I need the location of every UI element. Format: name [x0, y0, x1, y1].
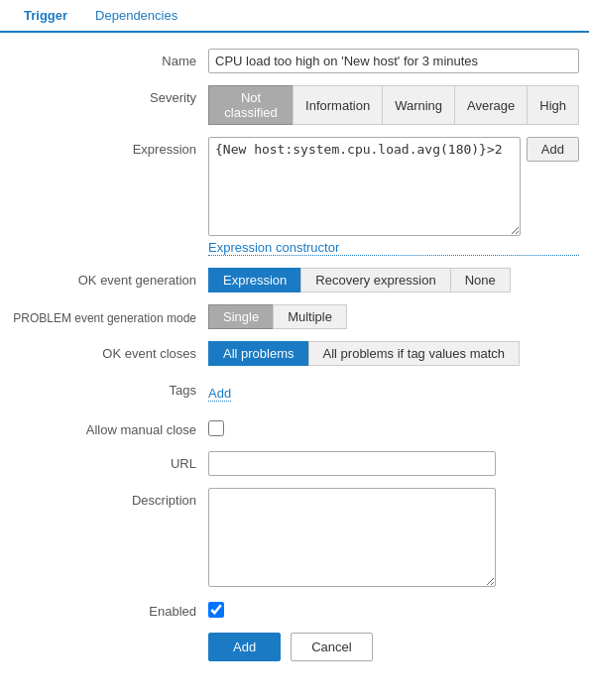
ok-event-content: Expression Recovery expression None	[208, 268, 579, 292]
url-label: URL	[10, 451, 208, 473]
url-row: URL	[10, 451, 579, 476]
enabled-checkbox[interactable]	[208, 602, 224, 618]
ok-closes-content: All problems All problems if tag values …	[208, 341, 579, 366]
enabled-content	[208, 599, 579, 618]
tab-trigger[interactable]: Trigger	[10, 0, 81, 33]
tags-row: Tags Add	[10, 378, 579, 406]
expression-textarea[interactable]: {New host:system.cpu.load.avg(180)}>2	[208, 137, 521, 236]
ok-event-none[interactable]: None	[450, 268, 511, 292]
expression-content: {New host:system.cpu.load.avg(180)}>2 Ad…	[208, 137, 579, 256]
bottom-buttons-row: Add Cancel	[10, 633, 579, 661]
closes-all-problems-tag[interactable]: All problems if tag values match	[308, 341, 521, 366]
enabled-row: Enabled	[10, 599, 579, 621]
severity-information[interactable]: Information	[293, 85, 382, 125]
tab-dependencies[interactable]: Dependencies	[81, 0, 191, 31]
severity-average[interactable]: Average	[454, 85, 527, 125]
tags-add-link[interactable]: Add	[208, 386, 231, 402]
ok-event-label: OK event generation	[10, 268, 208, 290]
expression-input-row: {New host:system.cpu.load.avg(180)}>2 Ad…	[208, 137, 579, 236]
url-content	[208, 451, 579, 476]
tags-content: Add	[208, 378, 579, 406]
ok-closes-label: OK event closes	[10, 341, 208, 363]
allow-manual-label: Allow manual close	[10, 417, 208, 439]
tab-bar: Trigger Dependencies	[0, 0, 589, 33]
severity-label: Severity	[10, 85, 208, 107]
url-input[interactable]	[208, 451, 496, 476]
problem-event-group: Single Multiple	[208, 304, 579, 329]
enabled-label: Enabled	[10, 599, 208, 621]
ok-event-recovery[interactable]: Recovery expression	[300, 268, 449, 292]
problem-event-label: PROBLEM event generation mode	[10, 304, 208, 327]
closes-all-problems[interactable]: All problems	[208, 341, 308, 366]
ok-event-expression[interactable]: Expression	[208, 268, 300, 292]
description-label: Description	[10, 488, 208, 510]
tags-label: Tags	[10, 378, 208, 400]
name-content	[208, 49, 579, 73]
form-container: Name Severity Not classified Information…	[0, 49, 589, 693]
bottom-buttons-content: Add Cancel	[208, 633, 579, 661]
expression-constructor-link[interactable]: Expression constructor	[208, 240, 579, 256]
ok-event-row: OK event generation Expression Recovery …	[10, 268, 579, 292]
allow-manual-row: Allow manual close	[10, 417, 579, 439]
severity-high[interactable]: High	[527, 85, 579, 125]
name-row: Name	[10, 49, 579, 73]
expression-label: Expression	[10, 137, 208, 159]
problem-event-content: Single Multiple	[208, 304, 579, 329]
allow-manual-checkbox[interactable]	[208, 420, 224, 436]
bottom-label-spacer	[10, 633, 208, 637]
description-row: Description	[10, 488, 579, 587]
ok-closes-row: OK event closes All problems All problem…	[10, 341, 579, 366]
allow-manual-content	[208, 417, 579, 436]
cancel-button[interactable]: Cancel	[291, 633, 372, 661]
expression-row: Expression {New host:system.cpu.load.avg…	[10, 137, 579, 256]
tags-add-row: Add	[208, 378, 579, 406]
severity-row: Severity Not classified Information Warn…	[10, 85, 579, 125]
add-button[interactable]: Add	[208, 633, 281, 661]
problem-event-single[interactable]: Single	[208, 304, 273, 329]
description-textarea[interactable]	[208, 488, 496, 587]
name-input[interactable]	[208, 49, 579, 73]
ok-event-group: Expression Recovery expression None	[208, 268, 579, 292]
severity-content: Not classified Information Warning Avera…	[208, 85, 579, 125]
name-label: Name	[10, 49, 208, 70]
expression-add-button[interactable]: Add	[527, 137, 579, 162]
ok-closes-group: All problems All problems if tag values …	[208, 341, 579, 366]
description-content	[208, 488, 579, 587]
problem-event-row: PROBLEM event generation mode Single Mul…	[10, 304, 579, 329]
problem-event-multiple[interactable]: Multiple	[273, 304, 347, 329]
severity-not-classified[interactable]: Not classified	[208, 85, 293, 125]
severity-group: Not classified Information Warning Avera…	[208, 85, 579, 125]
severity-warning[interactable]: Warning	[382, 85, 454, 125]
